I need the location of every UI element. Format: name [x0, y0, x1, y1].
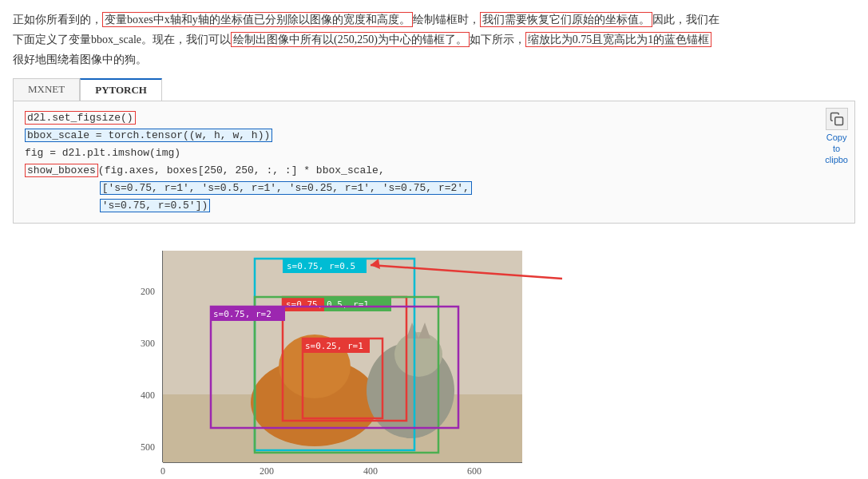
chart-area: 200 300 400 500 0 200 400 600: [13, 235, 855, 479]
intro-pre1: 正如你所看到的，: [13, 14, 102, 26]
copy-button[interactable]: Copytoclipbo: [825, 108, 848, 166]
x-label-400: 400: [363, 465, 378, 477]
tab-mxnet-label: MXNET: [28, 83, 65, 95]
x-label-0: 0: [161, 465, 165, 477]
code-line-5: ['s=0.75, r=1', 's=0.5, r=1', 's=0.25, r…: [25, 180, 843, 197]
x-label-600: 600: [467, 465, 482, 477]
y-label-300: 300: [141, 338, 155, 349]
code-line-3: fig = d2l.plt.imshow(img): [25, 144, 843, 162]
chart-svg-container: 200 300 400 500 0 200 400 600: [131, 235, 738, 479]
intro-mid2: 因此，我们在: [652, 14, 719, 26]
x-label-200: 200: [260, 465, 274, 477]
tab-pytorch-label: PYTORCH: [95, 84, 147, 96]
bbox-green-label: 0.5, r=1: [327, 299, 369, 310]
tab-pytorch[interactable]: PYTORCH: [80, 78, 162, 101]
y-label-500: 500: [141, 441, 155, 453]
code-line-6-highlight: 's=0.75, r=0.5']): [100, 199, 211, 212]
code-line-4: show_bboxes(fig.axes, boxes[250, 250, :,…: [25, 162, 843, 180]
intro-paragraph: 正如你所看到的，变量boxes中x轴和y轴的坐标值已分别除以图像的宽度和高度。绘…: [13, 10, 855, 70]
intro-line2-pre: 下面定义了变量bbox_scale。现在，我们可以: [13, 34, 231, 46]
copy-label: Copytoclipbo: [825, 132, 848, 166]
code-line-6: 's=0.75, r=0.5']): [25, 197, 843, 215]
code-line-1: d2l.set_figsize(): [25, 109, 843, 127]
intro-line3: 很好地围绕着图像中的狗。: [13, 53, 147, 65]
chart-svg: 200 300 400 500 0 200 400 600: [131, 235, 738, 479]
y-label-400: 400: [141, 390, 155, 401]
intro-highlight4: 缩放比为0.75且宽高比为1的蓝色锚框: [525, 32, 712, 47]
page-wrapper: 正如你所看到的，变量boxes中x轴和y轴的坐标值已分别除以图像的宽度和高度。绘…: [0, 0, 868, 479]
intro-highlight3: 绘制出图像中所有以(250,250)为中心的锚框了。: [231, 32, 470, 47]
code-line-2: bbox_scale = torch.tensor((w, h, w, h)): [25, 127, 843, 144]
bbox-purple-label: s=0.75, r=2: [213, 309, 271, 319]
intro-highlight2: 我们需要恢复它们原始的坐标值。: [480, 12, 652, 27]
bbox-red-2-label: s=0.25, r=1: [305, 341, 363, 351]
intro-mid1: 绘制锚框时，: [413, 14, 480, 26]
code-line-1-highlight: d2l.set_figsize(): [25, 111, 136, 125]
intro-line2-mid: 如下所示，: [470, 34, 525, 46]
code-block: d2l.set_figsize() bbox_scale = torch.ten…: [13, 101, 855, 224]
y-label-200: 200: [141, 286, 155, 297]
bbox-cyan-label: s=0.75, r=0.5: [287, 261, 355, 271]
svg-rect-0: [834, 117, 842, 125]
cat-head: [394, 332, 442, 377]
code-line-5-highlight: ['s=0.75, r=1', 's=0.5, r=1', 's=0.25, r…: [100, 181, 472, 195]
copy-icon: [826, 108, 848, 130]
code-line-4-highlight: show_bboxes: [25, 164, 98, 177]
tab-mxnet[interactable]: MXNET: [13, 78, 80, 101]
tabs-bar: MXNET PYTORCH: [13, 78, 855, 101]
intro-highlight1: 变量boxes中x轴和y轴的坐标值已分别除以图像的宽度和高度。: [102, 12, 413, 27]
code-line-2-highlight: bbox_scale = torch.tensor((w, h, w, h)): [25, 129, 272, 142]
